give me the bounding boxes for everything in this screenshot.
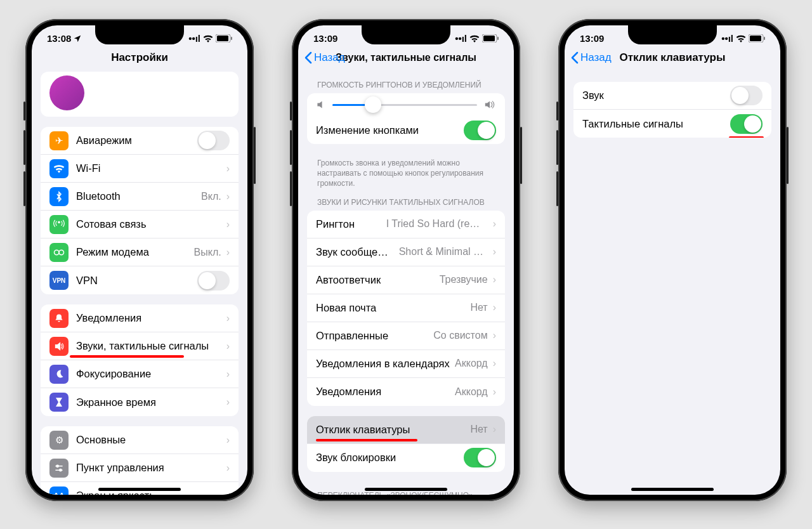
row-text-tone[interactable]: Звук сообщенияShort & Minimal Busine…› [307,238,505,266]
home-indicator[interactable] [365,488,447,491]
keyboard-lock-group: Отклик клавиатуры Нет › Звук блокировки [307,416,505,472]
profile-avatar[interactable] [49,75,84,110]
row-ringtone[interactable]: РингтонI Tried So Hard (remix 2021)› [307,211,505,238]
chevron-icon: › [226,369,230,380]
chevron-icon: › [493,330,496,341]
chevron-icon: › [493,302,496,313]
chevron-icon: › [226,490,230,495]
volume-slider[interactable] [307,93,505,116]
nav-bar: Назад Звуки, тактильные сигналы [298,46,514,72]
battery-icon [749,34,765,42]
speaker-icon [49,337,69,356]
chevron-icon: › [226,219,230,230]
svg-rect-16 [497,37,499,40]
gear-icon: ⚙ [49,431,69,450]
phone-sounds: 13:09 ••ıl Назад Звуки, тактильные сигна… [292,19,520,501]
row-sound[interactable]: Звук [573,82,771,110]
status-time: 13:08 [47,33,71,44]
row-control-center[interactable]: Пункт управления › [41,454,239,482]
moon-icon [49,365,69,384]
airplane-toggle[interactable] [197,131,230,150]
chevron-icon: › [226,434,230,446]
row-wifi[interactable]: Wi-Fi › [41,155,239,183]
row-cellular[interactable]: Сотовая связь › [41,211,239,238]
sounds-content[interactable]: ГРОМКОСТЬ РИНГТОНОВ И УВЕДОМЛЕНИЙ Измене… [298,72,514,495]
row-airplane[interactable]: ✈ Авиарежим [41,127,239,155]
bluetooth-icon [49,187,69,206]
row-screentime[interactable]: Экранное время › [41,388,239,416]
volume-footer: Громкость звонка и уведомлений можно нас… [298,154,514,189]
chevron-icon: › [226,163,230,174]
settings-content[interactable]: ✈ Авиарежим Wi-Fi › Bluetooth Вкл. › [32,72,247,495]
keyboard-feedback-group: Звук Тактильные сигналы [573,82,771,138]
chevron-icon: › [226,396,230,408]
page-title: Настройки [32,51,247,64]
keyboard-feedback-content[interactable]: Звук Тактильные сигналы [565,72,780,495]
chevron-icon: › [226,191,230,202]
chevron-icon: › [226,462,230,474]
chevron-icon: › [493,358,496,369]
row-reminder-alerts[interactable]: УведомленияАккорд› [307,378,505,406]
chevron-icon: › [226,341,230,352]
chevron-icon: › [493,246,496,258]
row-keyboard-feedback[interactable]: Отклик клавиатуры Нет › [307,416,505,444]
row-hotspot[interactable]: Режим модема Выкл. › [41,238,239,266]
antenna-icon [49,215,69,234]
change-buttons-toggle[interactable] [464,121,496,140]
chevron-left-icon [304,51,312,64]
home-indicator[interactable] [98,488,181,491]
svg-point-7 [60,469,62,471]
location-icon [73,34,82,43]
back-button[interactable]: Назад [304,51,345,64]
vpn-toggle[interactable] [197,271,230,291]
display-icon: AA [49,487,69,495]
row-voicemail[interactable]: АвтоответчикТрезвучие› [307,266,505,294]
chevron-icon: › [226,313,230,324]
back-button[interactable]: Назад [571,51,612,64]
connectivity-group: ✈ Авиарежим Wi-Fi › Bluetooth Вкл. › [41,127,239,294]
row-sounds[interactable]: Звуки, тактильные сигналы › [41,332,239,360]
patterns-header: ЗВУКИ И РИСУНКИ ТАКТИЛЬНЫХ СИГНАЛОВ [298,189,514,211]
svg-rect-2 [231,37,232,40]
row-new-mail[interactable]: Новая почтаНет› [307,294,505,322]
row-general[interactable]: ⚙ Основные › [41,426,239,454]
signal-icon: ••ıl [188,33,200,44]
row-focus[interactable]: Фокусирование › [41,360,239,388]
row-calendar-alerts[interactable]: Уведомления в календаряхАккорд› [307,350,505,378]
home-indicator[interactable] [631,488,714,491]
row-vpn[interactable]: VPN VPN [41,266,239,294]
highlight-underline [316,439,417,441]
lock-sound-toggle[interactable] [464,448,496,467]
wifi-icon [203,35,213,42]
svg-rect-15 [483,36,495,41]
row-notifications[interactable]: Уведомления › [41,304,239,332]
row-change-with-buttons[interactable]: Изменение кнопками [307,116,505,144]
notch [628,25,717,44]
row-haptics[interactable]: Тактильные сигналы [573,110,771,138]
sound-toggle[interactable] [730,86,763,105]
patterns-group: РингтонI Tried So Hard (remix 2021)› Зву… [307,211,505,406]
svg-point-4 [55,250,60,255]
row-bluetooth[interactable]: Bluetooth Вкл. › [41,183,239,211]
sliders-icon [49,459,69,478]
row-sent-mail[interactable]: ОтправленныеСо свистом› [307,322,505,350]
hourglass-icon [49,393,69,412]
bell-icon [49,309,69,328]
speaker-high-icon [483,100,496,110]
wifi-icon [49,159,69,178]
general-group: ⚙ Основные › Пункт управления › AA Экран… [41,426,239,495]
phone-keyboard-feedback: 13:09 ••ıl Назад Отклик клавиатуры Звук [558,19,787,501]
nav-bar: Назад Отклик клавиатуры [565,46,780,72]
wifi-icon [736,35,746,42]
haptics-toggle[interactable] [730,114,763,134]
signal-icon: ••ıl [455,33,467,44]
svg-rect-18 [750,36,761,41]
notch [362,25,450,44]
vpn-icon: VPN [49,271,69,290]
battery-icon [482,34,499,42]
chevron-icon: › [493,274,496,285]
battery-icon [216,34,232,42]
row-lock-sound[interactable]: Звук блокировки [307,444,505,472]
chevron-icon: › [493,386,496,398]
chevron-icon: › [493,424,496,435]
